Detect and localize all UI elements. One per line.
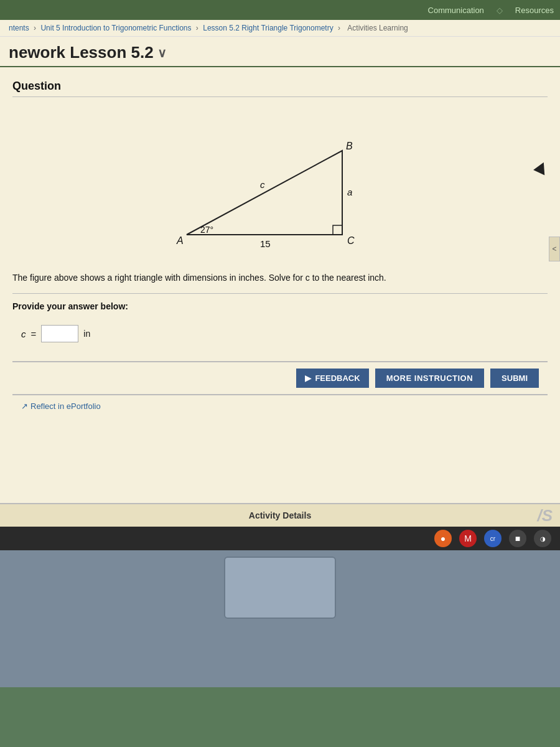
laptop-bottom-bezel (0, 550, 560, 687)
answer-equals: = (31, 329, 37, 339)
chevron-down-icon[interactable]: ∨ (157, 45, 167, 60)
more-instruction-button[interactable]: MORE INSTRUCTION (375, 369, 484, 388)
asus-brand-logo: /S (537, 506, 556, 525)
svg-text:A: A (176, 235, 184, 246)
breadcrumb-unit5[interactable]: Unit 5 Introduction to Trigonometric Fun… (40, 24, 191, 32)
button-row: ▶ FEEDBACK MORE INSTRUCTION SUBMI (12, 362, 548, 394)
svg-text:27°: 27° (200, 225, 213, 235)
question-label: Question (12, 80, 548, 97)
collapse-panel-arrow[interactable]: < (549, 237, 560, 261)
breadcrumb-learning-activities: Activities Learning (347, 24, 408, 32)
activity-details-bar[interactable]: Activity Details (0, 503, 560, 527)
answer-input[interactable] (41, 325, 78, 342)
taskbar: ● M cr ■ ◑ (0, 527, 560, 550)
triangle-figure: A C B c a 15 27° (12, 107, 548, 260)
top-navigation: Communication ◇ Resources (0, 0, 560, 20)
page-title: nework Lesson 5.2 ∨ (9, 43, 551, 62)
svg-text:B: B (346, 141, 353, 151)
answer-variable: c (21, 329, 26, 339)
nav-communication[interactable]: Communication (428, 6, 484, 15)
taskbar-icon-3[interactable]: cr (484, 530, 502, 547)
taskbar-icon-2[interactable]: M (459, 530, 477, 547)
breadcrumb-contents[interactable]: ntents (9, 24, 29, 32)
triangle-svg: A C B c a 15 27° (168, 113, 392, 256)
nav-resources[interactable]: Resources (515, 6, 554, 15)
triangle-diagram: A C B c a 15 27° (168, 113, 392, 256)
chevron-left-icon: < (552, 245, 556, 253)
svg-text:a: a (347, 187, 352, 197)
svg-marker-0 (187, 151, 342, 235)
feedback-button[interactable]: ▶ FEEDBACK (296, 369, 368, 388)
page-title-text: nework Lesson 5.2 (9, 43, 154, 62)
laptop-touchpad[interactable] (224, 557, 336, 619)
reflect-label: Reflect in ePortfolio (30, 402, 101, 411)
svg-text:15: 15 (260, 238, 271, 249)
svg-text:c: c (260, 179, 265, 190)
taskbar-icon-4[interactable]: ■ (509, 530, 526, 547)
breadcrumb-lesson52[interactable]: Lesson 5.2 Right Triangle Trigonometry (203, 24, 333, 32)
svg-rect-1 (333, 225, 342, 235)
reflect-eportfolio-link[interactable]: ↗ Reflect in ePortfolio (21, 402, 101, 411)
taskbar-icon-5[interactable]: ◑ (534, 530, 551, 547)
answer-unit: in (83, 329, 90, 339)
answer-row: c = in (12, 319, 548, 349)
page-title-bar: nework Lesson 5.2 ∨ (0, 37, 560, 67)
svg-text:C: C (347, 235, 355, 246)
reflect-icon: ↗ (21, 402, 28, 411)
problem-text: The figure above shows a right triangle … (12, 271, 548, 284)
submit-button[interactable]: SUBMI (490, 369, 539, 388)
feedback-icon: ▶ (305, 374, 311, 383)
feedback-label: FEEDBACK (315, 374, 360, 383)
taskbar-icon-1[interactable]: ● (434, 530, 452, 547)
reflect-row: ↗ Reflect in ePortfolio (12, 395, 548, 417)
provide-answer-label: Provide your answer below: (12, 293, 548, 311)
breadcrumb: ntents › Unit 5 Introduction to Trigonom… (0, 20, 560, 37)
main-content: Question A C B (0, 67, 560, 503)
